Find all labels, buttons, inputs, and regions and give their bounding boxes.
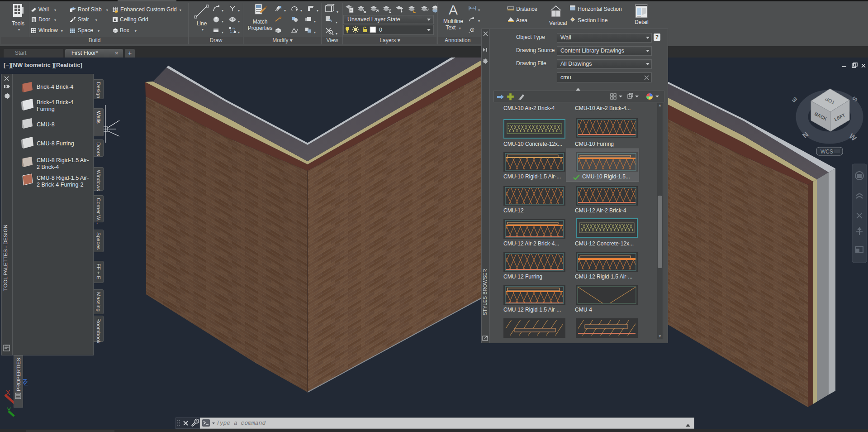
- svg-text:1: 1: [471, 29, 473, 32]
- svg-text:WCS: WCS: [821, 149, 833, 155]
